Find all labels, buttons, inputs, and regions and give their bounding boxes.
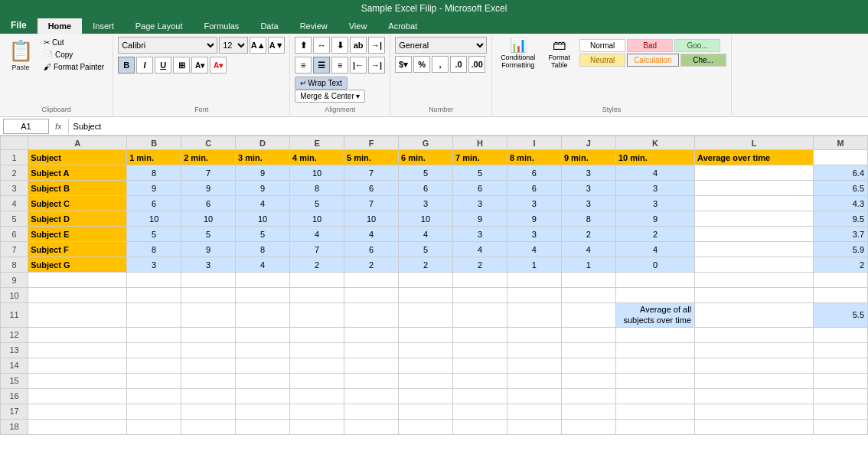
decrease-decimal-button[interactable]: .0: [450, 56, 467, 73]
cell[interactable]: [344, 404, 399, 419]
cell[interactable]: [399, 419, 453, 434]
cell[interactable]: Subject: [28, 150, 127, 165]
cell[interactable]: [344, 303, 399, 328]
cell[interactable]: [344, 342, 399, 358]
avg-label[interactable]: Average of all subjects over time: [615, 303, 694, 328]
cell[interactable]: [695, 358, 814, 373]
cell[interactable]: [181, 388, 236, 404]
cell[interactable]: [695, 227, 814, 242]
cell[interactable]: [452, 388, 507, 404]
cell[interactable]: [344, 388, 399, 404]
wrap-text-button[interactable]: ↵ Wrap Text: [295, 77, 348, 90]
cell[interactable]: 4: [561, 242, 615, 257]
currency-button[interactable]: $▾: [395, 56, 412, 73]
cell[interactable]: [236, 419, 290, 434]
cell[interactable]: 9: [181, 181, 236, 196]
increase-font-button[interactable]: A▲: [250, 37, 266, 54]
decrease-font-button[interactable]: A▼: [268, 37, 285, 54]
style-good[interactable]: Goo...: [674, 39, 720, 52]
cell[interactable]: 10: [181, 211, 236, 227]
cell[interactable]: 5: [127, 227, 181, 242]
cell[interactable]: [344, 327, 399, 342]
cell[interactable]: 5 min.: [344, 150, 399, 165]
cell[interactable]: 3: [561, 196, 615, 211]
cell[interactable]: [28, 419, 127, 434]
style-check[interactable]: Che...: [680, 54, 726, 67]
tab-home[interactable]: Home: [38, 18, 83, 34]
cell[interactable]: Subject F: [28, 242, 127, 257]
cell[interactable]: [127, 358, 181, 373]
cell[interactable]: [28, 327, 127, 342]
col-header-L[interactable]: L: [695, 136, 814, 150]
style-normal[interactable]: Normal: [579, 39, 625, 52]
cell[interactable]: 4: [344, 227, 399, 242]
orientation-button[interactable]: ab: [350, 37, 367, 54]
cell[interactable]: 2: [344, 257, 399, 273]
cell[interactable]: 3: [399, 196, 453, 211]
cell[interactable]: [127, 327, 181, 342]
cell[interactable]: [290, 327, 344, 342]
cell[interactable]: [28, 342, 127, 358]
cell[interactable]: [28, 404, 127, 419]
tab-formulas[interactable]: Formulas: [194, 18, 250, 34]
cell[interactable]: [236, 288, 290, 303]
cell[interactable]: Subject B: [28, 181, 127, 196]
cell[interactable]: [181, 358, 236, 373]
cell[interactable]: 4: [615, 242, 694, 257]
tab-data[interactable]: Data: [250, 18, 289, 34]
cell[interactable]: 2: [615, 227, 694, 242]
cell[interactable]: 5: [452, 165, 507, 181]
cell[interactable]: [452, 273, 507, 288]
cell[interactable]: 8: [127, 165, 181, 181]
cell[interactable]: [290, 404, 344, 419]
cell[interactable]: [695, 273, 814, 288]
cell[interactable]: 4: [452, 242, 507, 257]
font-name-select[interactable]: Calibri: [118, 37, 217, 54]
cell[interactable]: [561, 288, 615, 303]
cell[interactable]: 10 min.: [615, 150, 694, 165]
cell[interactable]: 2: [813, 257, 867, 273]
cell[interactable]: 7: [290, 242, 344, 257]
cell[interactable]: 6: [507, 165, 561, 181]
cell[interactable]: [181, 327, 236, 342]
format-table-button[interactable]: 🗃 Format Table: [542, 38, 576, 69]
cell[interactable]: [236, 303, 290, 328]
cell[interactable]: 2: [290, 257, 344, 273]
conditional-formatting-button[interactable]: 📊 Conditional Formatting: [497, 37, 539, 69]
cell[interactable]: [561, 303, 615, 328]
cell[interactable]: [695, 165, 814, 181]
copy-button[interactable]: 📄 Copy: [40, 49, 108, 60]
cell[interactable]: [507, 388, 561, 404]
cell[interactable]: [695, 257, 814, 273]
cell[interactable]: [290, 419, 344, 434]
col-header-B[interactable]: B: [127, 136, 181, 150]
cell[interactable]: 9: [127, 181, 181, 196]
cell[interactable]: 2: [399, 257, 453, 273]
cell[interactable]: 3 min.: [236, 150, 290, 165]
cell[interactable]: 6: [344, 242, 399, 257]
cell[interactable]: 3: [615, 196, 694, 211]
cell[interactable]: [28, 388, 127, 404]
col-header-H[interactable]: H: [452, 136, 507, 150]
cell[interactable]: 9 min.: [561, 150, 615, 165]
cell[interactable]: 4.3: [813, 196, 867, 211]
cell[interactable]: 10: [290, 165, 344, 181]
cell[interactable]: 6.5: [813, 181, 867, 196]
cell[interactable]: [181, 342, 236, 358]
cell[interactable]: 2 min.: [181, 150, 236, 165]
cell[interactable]: [127, 373, 181, 388]
cell[interactable]: 5: [399, 165, 453, 181]
cell[interactable]: [695, 373, 814, 388]
cell[interactable]: [452, 404, 507, 419]
cell[interactable]: [181, 404, 236, 419]
cell[interactable]: [813, 388, 867, 404]
cell[interactable]: [695, 404, 814, 419]
cell[interactable]: [695, 242, 814, 257]
cell[interactable]: 10: [344, 211, 399, 227]
cell[interactable]: 9: [615, 211, 694, 227]
cell[interactable]: 3: [181, 257, 236, 273]
col-header-K[interactable]: K: [615, 136, 694, 150]
cell[interactable]: [236, 388, 290, 404]
cell[interactable]: [127, 404, 181, 419]
col-header-M[interactable]: M: [813, 136, 867, 150]
